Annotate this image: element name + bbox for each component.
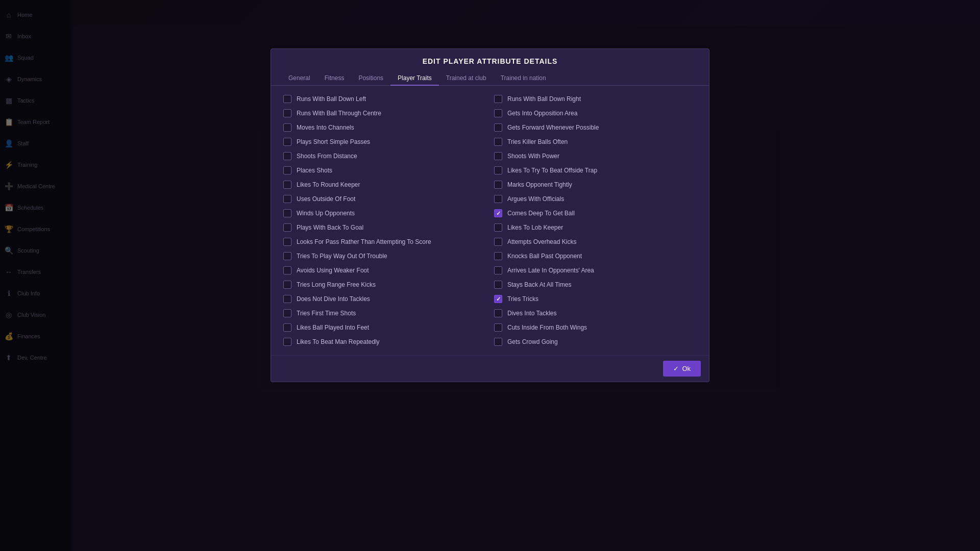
ok-check-icon: ✓ bbox=[673, 365, 679, 372]
trait-checkbox-right-16[interactable] bbox=[494, 323, 502, 332]
trait-checkbox-right-5[interactable] bbox=[494, 166, 502, 174]
trait-checkbox-left-2[interactable] bbox=[283, 123, 291, 132]
trait-item-right-0[interactable]: Runs With Ball Down Right bbox=[490, 92, 701, 106]
trait-checkbox-left-13[interactable] bbox=[283, 281, 291, 289]
trait-item-right-4[interactable]: Shoots With Power bbox=[490, 149, 701, 163]
trait-label-right-14: Tries Tricks bbox=[507, 295, 538, 303]
trait-label-right-3: Tries Killer Balls Often bbox=[507, 138, 568, 145]
trait-item-left-13[interactable]: Tries Long Range Free Kicks bbox=[279, 278, 490, 292]
trait-checkbox-right-13[interactable] bbox=[494, 281, 502, 289]
trait-item-right-7[interactable]: Argues With Officials bbox=[490, 192, 701, 206]
trait-item-right-17[interactable]: Gets Crowd Going bbox=[490, 335, 701, 349]
trait-checkbox-left-12[interactable] bbox=[283, 266, 291, 274]
trait-item-left-4[interactable]: Shoots From Distance bbox=[279, 149, 490, 163]
tab-player-traits[interactable]: Player Traits bbox=[390, 71, 439, 86]
trait-label-right-11: Knocks Ball Past Opponent bbox=[507, 253, 582, 260]
trait-checkbox-left-4[interactable] bbox=[283, 152, 291, 160]
ok-button[interactable]: ✓ Ok bbox=[663, 361, 701, 377]
trait-checkbox-right-14[interactable] bbox=[494, 295, 502, 303]
trait-label-left-9: Plays With Back To Goal bbox=[297, 224, 363, 231]
trait-item-left-15[interactable]: Tries First Time Shots bbox=[279, 306, 490, 320]
trait-checkbox-left-8[interactable] bbox=[283, 209, 291, 217]
trait-item-left-17[interactable]: Likes To Beat Man Repeatedly bbox=[279, 335, 490, 349]
trait-item-right-16[interactable]: Cuts Inside From Both Wings bbox=[490, 320, 701, 335]
trait-item-right-6[interactable]: Marks Opponent Tightly bbox=[490, 178, 701, 192]
trait-label-right-9: Likes To Lob Keeper bbox=[507, 224, 563, 231]
trait-checkbox-right-7[interactable] bbox=[494, 195, 502, 203]
trait-checkbox-right-6[interactable] bbox=[494, 181, 502, 189]
trait-item-left-8[interactable]: Winds Up Opponents bbox=[279, 206, 490, 220]
trait-label-left-1: Runs With Ball Through Centre bbox=[297, 110, 381, 117]
trait-label-right-13: Stays Back At All Times bbox=[507, 281, 571, 288]
trait-checkbox-right-15[interactable] bbox=[494, 309, 502, 317]
trait-checkbox-left-3[interactable] bbox=[283, 138, 291, 146]
trait-item-right-10[interactable]: Attempts Overhead Kicks bbox=[490, 235, 701, 249]
trait-item-left-10[interactable]: Looks For Pass Rather Than Attempting To… bbox=[279, 235, 490, 249]
trait-item-left-6[interactable]: Likes To Round Keeper bbox=[279, 178, 490, 192]
trait-label-left-15: Tries First Time Shots bbox=[297, 310, 356, 317]
trait-item-right-11[interactable]: Knocks Ball Past Opponent bbox=[490, 249, 701, 263]
trait-checkbox-right-4[interactable] bbox=[494, 152, 502, 160]
trait-checkbox-left-9[interactable] bbox=[283, 223, 291, 232]
trait-item-right-1[interactable]: Gets Into Opposition Area bbox=[490, 106, 701, 120]
trait-checkbox-right-11[interactable] bbox=[494, 252, 502, 260]
trait-checkbox-right-3[interactable] bbox=[494, 138, 502, 146]
tab-fitness[interactable]: Fitness bbox=[317, 71, 352, 86]
trait-item-right-12[interactable]: Arrives Late In Opponents' Area bbox=[490, 263, 701, 278]
traits-container: Runs With Ball Down LeftRuns With Ball D… bbox=[271, 86, 709, 355]
trait-checkbox-left-7[interactable] bbox=[283, 195, 291, 203]
trait-checkbox-right-12[interactable] bbox=[494, 266, 502, 274]
trait-item-right-14[interactable]: Tries Tricks bbox=[490, 292, 701, 306]
trait-checkbox-left-11[interactable] bbox=[283, 252, 291, 260]
trait-checkbox-right-8[interactable] bbox=[494, 209, 502, 217]
trait-item-right-15[interactable]: Dives Into Tackles bbox=[490, 306, 701, 320]
trait-checkbox-right-1[interactable] bbox=[494, 109, 502, 117]
trait-label-right-17: Gets Crowd Going bbox=[507, 338, 558, 345]
trait-label-left-14: Does Not Dive Into Tackles bbox=[297, 295, 370, 303]
trait-checkbox-left-0[interactable] bbox=[283, 95, 291, 103]
trait-checkbox-right-2[interactable] bbox=[494, 123, 502, 132]
trait-checkbox-left-15[interactable] bbox=[283, 309, 291, 317]
trait-checkbox-left-6[interactable] bbox=[283, 181, 291, 189]
trait-item-right-13[interactable]: Stays Back At All Times bbox=[490, 278, 701, 292]
trait-label-left-10: Looks For Pass Rather Than Attempting To… bbox=[297, 238, 431, 245]
trait-checkbox-left-10[interactable] bbox=[283, 238, 291, 246]
trait-item-right-3[interactable]: Tries Killer Balls Often bbox=[490, 135, 701, 149]
tab-general[interactable]: General bbox=[281, 71, 317, 86]
trait-item-right-5[interactable]: Likes To Try To Beat Offside Trap bbox=[490, 163, 701, 178]
trait-item-left-0[interactable]: Runs With Ball Down Left bbox=[279, 92, 490, 106]
modal-footer: ✓ Ok bbox=[271, 355, 709, 382]
trait-item-left-16[interactable]: Likes Ball Played Into Feet bbox=[279, 320, 490, 335]
trait-label-right-4: Shoots With Power bbox=[507, 153, 559, 160]
tab-trained-at-club[interactable]: Trained at club bbox=[439, 71, 494, 86]
trait-label-right-1: Gets Into Opposition Area bbox=[507, 110, 577, 117]
trait-item-left-2[interactable]: Moves Into Channels bbox=[279, 120, 490, 135]
trait-item-right-8[interactable]: Comes Deep To Get Ball bbox=[490, 206, 701, 220]
trait-item-left-3[interactable]: Plays Short Simple Passes bbox=[279, 135, 490, 149]
trait-item-left-12[interactable]: Avoids Using Weaker Foot bbox=[279, 263, 490, 278]
trait-item-right-9[interactable]: Likes To Lob Keeper bbox=[490, 220, 701, 235]
trait-label-right-6: Marks Opponent Tightly bbox=[507, 181, 572, 188]
trait-label-right-8: Comes Deep To Get Ball bbox=[507, 210, 575, 217]
tab-trained-in-nation[interactable]: Trained in nation bbox=[494, 71, 553, 86]
trait-checkbox-right-0[interactable] bbox=[494, 95, 502, 103]
trait-checkbox-left-14[interactable] bbox=[283, 295, 291, 303]
trait-checkbox-right-17[interactable] bbox=[494, 338, 502, 346]
trait-label-left-11: Tries To Play Way Out Of Trouble bbox=[297, 253, 387, 260]
trait-item-left-11[interactable]: Tries To Play Way Out Of Trouble bbox=[279, 249, 490, 263]
trait-item-left-7[interactable]: Uses Outside Of Foot bbox=[279, 192, 490, 206]
tab-positions[interactable]: Positions bbox=[351, 71, 390, 86]
trait-item-left-9[interactable]: Plays With Back To Goal bbox=[279, 220, 490, 235]
trait-item-left-1[interactable]: Runs With Ball Through Centre bbox=[279, 106, 490, 120]
trait-item-left-5[interactable]: Places Shots bbox=[279, 163, 490, 178]
trait-checkbox-right-10[interactable] bbox=[494, 238, 502, 246]
trait-checkbox-left-17[interactable] bbox=[283, 338, 291, 346]
trait-item-left-14[interactable]: Does Not Dive Into Tackles bbox=[279, 292, 490, 306]
trait-checkbox-left-16[interactable] bbox=[283, 323, 291, 332]
trait-checkbox-left-5[interactable] bbox=[283, 166, 291, 174]
trait-checkbox-left-1[interactable] bbox=[283, 109, 291, 117]
trait-checkbox-right-9[interactable] bbox=[494, 223, 502, 232]
trait-label-left-5: Places Shots bbox=[297, 167, 332, 174]
trait-label-right-10: Attempts Overhead Kicks bbox=[507, 238, 576, 245]
trait-item-right-2[interactable]: Gets Forward Whenever Possible bbox=[490, 120, 701, 135]
